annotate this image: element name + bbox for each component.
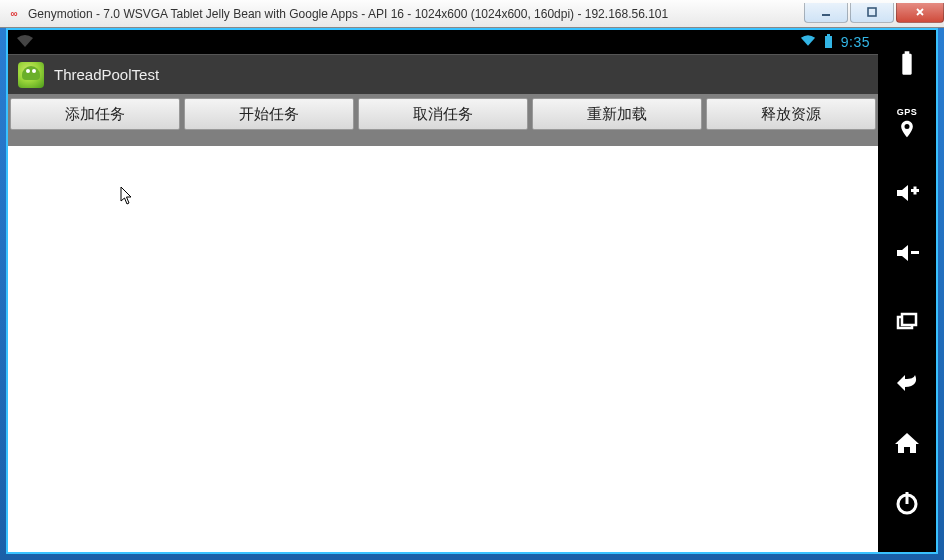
svg-rect-0 xyxy=(822,14,830,16)
power-button[interactable] xyxy=(886,482,928,524)
start-task-button[interactable]: 开始任务 xyxy=(184,98,354,130)
close-button[interactable] xyxy=(896,3,944,23)
mouse-cursor-icon xyxy=(120,186,134,206)
maximize-button[interactable] xyxy=(850,3,894,23)
window-controls xyxy=(804,4,944,24)
window-title: Genymotion - 7.0 WSVGA Tablet Jelly Bean… xyxy=(28,7,804,21)
gps-sidebar-button[interactable]: GPS xyxy=(886,102,928,144)
genymotion-sidebar: GPS xyxy=(878,30,936,552)
cancel-task-button[interactable]: 取消任务 xyxy=(358,98,528,130)
wifi-icon xyxy=(800,34,816,50)
svg-rect-10 xyxy=(906,492,909,504)
svg-rect-2 xyxy=(827,34,830,36)
battery-sidebar-button[interactable] xyxy=(886,42,928,84)
minimize-button[interactable] xyxy=(804,3,848,23)
divider xyxy=(8,134,878,146)
add-task-button[interactable]: 添加任务 xyxy=(10,98,180,130)
svg-rect-3 xyxy=(825,36,832,48)
app-title: ThreadPoolTest xyxy=(54,66,159,83)
svg-rect-6 xyxy=(911,251,919,254)
home-button[interactable] xyxy=(886,422,928,464)
gps-label: GPS xyxy=(897,107,918,117)
button-row: 添加任务 开始任务 取消任务 重新加载 释放资源 xyxy=(8,94,878,134)
emulator-frame: 9:35 ThreadPoolTest 添加任务 开始任务 取消任务 重新加载 … xyxy=(6,28,938,554)
app-action-bar: ThreadPoolTest xyxy=(8,54,878,94)
recent-apps-button[interactable] xyxy=(886,302,928,344)
release-button[interactable]: 释放资源 xyxy=(706,98,876,130)
svg-rect-5 xyxy=(914,187,917,195)
volume-up-button[interactable] xyxy=(886,172,928,214)
wifi-dim-icon xyxy=(16,34,34,51)
battery-icon xyxy=(824,34,833,51)
back-button[interactable] xyxy=(886,362,928,404)
reload-button[interactable]: 重新加载 xyxy=(532,98,702,130)
android-status-bar[interactable]: 9:35 xyxy=(8,30,878,54)
volume-down-button[interactable] xyxy=(886,232,928,274)
emulator-screen: 9:35 ThreadPoolTest 添加任务 开始任务 取消任务 重新加载 … xyxy=(8,30,878,552)
app-launcher-icon[interactable] xyxy=(18,62,44,88)
svg-rect-1 xyxy=(868,8,876,16)
content-area[interactable] xyxy=(8,146,878,552)
app-window-icon: ∞ xyxy=(6,6,22,22)
svg-rect-8 xyxy=(902,314,916,325)
window-titlebar: ∞ Genymotion - 7.0 WSVGA Tablet Jelly Be… xyxy=(0,0,944,28)
status-clock: 9:35 xyxy=(841,34,870,50)
